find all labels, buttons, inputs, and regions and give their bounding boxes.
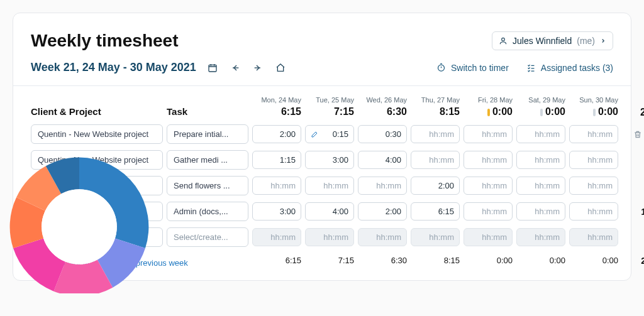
prev-week-icon[interactable] xyxy=(230,63,240,73)
time-input: hh:mm xyxy=(252,228,301,246)
time-input[interactable]: 4:00 xyxy=(358,151,407,169)
time-input[interactable]: hh:mm xyxy=(305,177,354,195)
day-header: Mon, 24 May6:15 xyxy=(252,96,301,117)
time-input: hh:mm xyxy=(464,228,513,246)
svg-rect-1 xyxy=(209,65,216,72)
time-input[interactable]: hh:mm xyxy=(516,202,565,221)
day-header: Tue, 25 May7:15 xyxy=(305,96,354,117)
donut-chart xyxy=(7,155,152,293)
switch-to-timer-link[interactable]: Switch to timer xyxy=(436,63,509,73)
time-input[interactable]: 2:00 xyxy=(252,125,301,143)
footer-day-total: 6:15 xyxy=(252,256,301,265)
col-total: Total xyxy=(622,95,644,104)
time-input[interactable]: 3:00 xyxy=(252,202,301,221)
footer-day-total: 8:15 xyxy=(411,256,460,265)
assigned-tasks-link[interactable]: Assigned tasks (3) xyxy=(526,63,613,73)
user-switcher[interactable]: Jules Winnfield (me) xyxy=(492,31,613,50)
row-total: 0:00 xyxy=(622,232,644,242)
time-input[interactable]: hh:mm xyxy=(569,125,618,143)
time-input: hh:mm xyxy=(358,228,407,246)
task-select[interactable]: Send flowers ... xyxy=(167,176,248,195)
time-input[interactable]: 1:15 xyxy=(252,151,301,169)
footer-day-total: 0:00 xyxy=(516,256,565,265)
day-header: Sat, 29 May0:00 xyxy=(516,96,565,117)
time-input[interactable]: hh:mm xyxy=(464,125,513,143)
day-header: Wed, 26 May6:30 xyxy=(358,96,407,117)
time-input[interactable]: hh:mm xyxy=(464,151,513,169)
project-select[interactable]: Quentin - New Website project xyxy=(31,124,163,144)
row-total: 2:00 xyxy=(622,181,644,191)
row-total: 8:15 xyxy=(622,155,644,165)
footer-day-total: 0:00 xyxy=(569,256,618,265)
time-input[interactable]: hh:mm xyxy=(569,177,618,195)
time-input: hh:mm xyxy=(516,228,565,246)
grand-total-head: 28:15 xyxy=(622,107,644,118)
task-select[interactable]: Select/create... xyxy=(167,227,248,247)
time-input[interactable]: hh:mm xyxy=(516,151,565,169)
col-client-project: Client & Project xyxy=(31,106,163,118)
time-input: hh:mm xyxy=(411,228,460,246)
delete-row-icon[interactable] xyxy=(633,130,642,139)
day-header: Sun, 30 May0:00 xyxy=(569,96,618,117)
row-total: 15:15 xyxy=(622,207,644,217)
time-input[interactable]: hh:mm xyxy=(411,151,460,169)
checklist-icon xyxy=(526,63,536,72)
task-select[interactable]: Gather medi ... xyxy=(167,150,248,170)
home-icon[interactable] xyxy=(275,63,286,73)
col-task: Task xyxy=(167,106,248,118)
user-icon xyxy=(499,36,508,45)
day-header: Thu, 27 May8:15 xyxy=(411,96,460,117)
calendar-icon[interactable] xyxy=(208,63,218,73)
time-input[interactable]: hh:mm xyxy=(569,202,618,221)
time-input[interactable]: hh:mm xyxy=(569,151,618,169)
time-input[interactable]: 0:30 xyxy=(358,125,407,143)
footer-day-total: 6:30 xyxy=(358,256,407,265)
time-input[interactable]: 4:00 xyxy=(305,202,354,221)
time-input: hh:mm xyxy=(305,228,354,246)
chevron-right-icon xyxy=(600,38,606,44)
time-input[interactable]: 0:15 xyxy=(305,125,354,143)
time-input[interactable]: hh:mm xyxy=(464,202,513,221)
time-input[interactable]: hh:mm xyxy=(358,177,407,195)
task-select[interactable]: Prepare intial... xyxy=(167,124,248,144)
task-select[interactable]: Admin (docs,... xyxy=(167,202,248,221)
time-input[interactable]: 2:00 xyxy=(358,202,407,221)
footer-grand-total: 28:15 xyxy=(622,256,644,266)
page-title: Weekly timesheet xyxy=(31,31,179,51)
footer-day-total: 7:15 xyxy=(305,256,354,265)
time-input[interactable]: hh:mm xyxy=(252,177,301,195)
footer-day-total: 0:00 xyxy=(464,256,513,265)
svg-point-3 xyxy=(42,189,117,264)
user-name: Jules Winnfield xyxy=(513,36,572,46)
day-header: Fri, 28 May0:00 xyxy=(464,96,513,117)
time-input[interactable]: 6:15 xyxy=(411,202,460,221)
time-input[interactable]: hh:mm xyxy=(516,125,565,143)
time-input[interactable]: hh:mm xyxy=(411,125,460,143)
week-label: Week 21, 24 May - 30 May 2021 xyxy=(31,61,196,74)
time-input[interactable]: 2:00 xyxy=(411,177,460,195)
user-me: (me) xyxy=(577,36,595,46)
row-total: 2:45 xyxy=(622,129,644,139)
time-input[interactable]: hh:mm xyxy=(516,177,565,195)
time-input[interactable]: hh:mm xyxy=(464,177,513,195)
svg-point-0 xyxy=(502,38,505,41)
next-week-icon[interactable] xyxy=(253,63,263,73)
stopwatch-icon xyxy=(436,63,446,72)
timesheet-card: Weekly timesheet Jules Winnfield (me) We… xyxy=(13,13,631,281)
time-input: hh:mm xyxy=(569,228,618,246)
time-input[interactable]: 3:00 xyxy=(305,151,354,169)
